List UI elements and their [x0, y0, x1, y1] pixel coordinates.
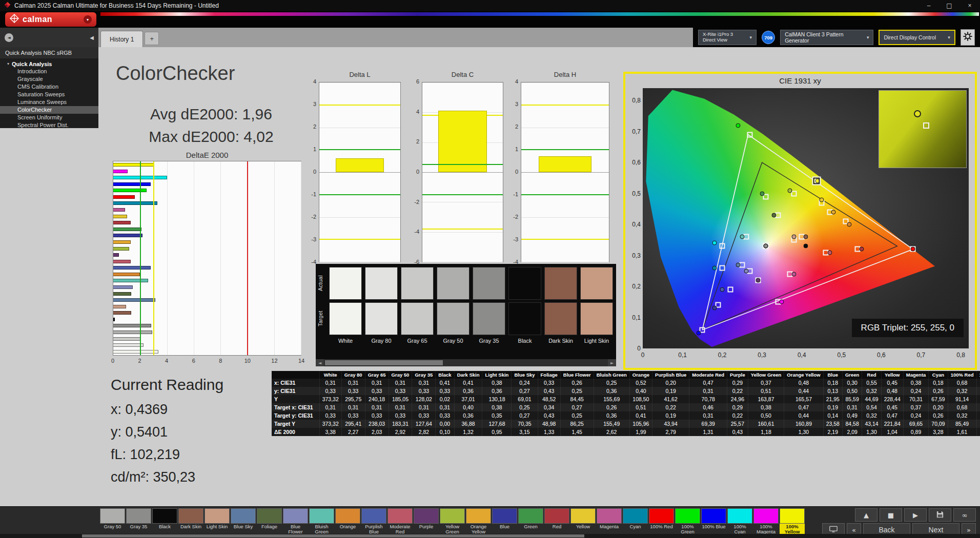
close-button[interactable]: × [959, 0, 980, 11]
cell: 0,72 [976, 387, 980, 395]
sidebar-item-luminance-sweeps[interactable]: Luminance Sweeps [0, 98, 98, 106]
bottom-scrollbar-thumb[interactable] [82, 534, 584, 537]
zoom-inset [879, 90, 967, 168]
cell: 70,09 [929, 420, 948, 428]
scrollbar-thumb[interactable] [325, 360, 443, 365]
cell: 0,31 [689, 387, 727, 395]
pattern-button-blue[interactable]: Blue [492, 508, 517, 535]
pattern-button-gray-50[interactable]: Gray 50 [100, 508, 125, 535]
display-control-dropdown[interactable]: Direct Display Control ▾ [879, 30, 955, 45]
pattern-button-gray-35[interactable]: Gray 35 [126, 508, 151, 535]
pattern-button-light-skin[interactable]: Light Skin [205, 508, 230, 535]
pattern-button-blue-sky[interactable]: Blue Sky [231, 508, 256, 535]
cell: 3,38 [319, 428, 341, 436]
pattern-button-purple[interactable]: Purple [414, 508, 439, 535]
sidebar-item-cms-calibration[interactable]: CMS Calibration [0, 83, 98, 91]
target-swatch-dark-skin [544, 302, 577, 335]
tree-expander-icon[interactable]: ▾ [7, 61, 9, 66]
scroll-right-icon[interactable]: ► [608, 359, 616, 366]
pattern-button-foliage[interactable]: Foliage [257, 508, 282, 535]
settings-button[interactable] [961, 29, 975, 46]
y-tick-label: 4 [313, 78, 316, 85]
pattern-window-up-button[interactable]: ▲ [855, 508, 877, 522]
bottom-scrollbar[interactable] [0, 534, 980, 538]
cie-chromaticity-plot: RGB Triplet: 255, 255, 0 [643, 88, 969, 348]
column-header-blue-sky: Blue Sky [512, 371, 538, 379]
device-toolbar: X-Rite i1Pro 3 Direct View ▾ 709 CalMAN … [693, 28, 980, 47]
sidebar-item-introduction[interactable]: Introduction [0, 68, 98, 75]
target-swatch-gray-80 [365, 302, 398, 335]
sidebar-item-screen-uniformity[interactable]: Screen Uniformity [0, 114, 98, 121]
pattern-button-purplish-blue[interactable]: Purplish Blue [361, 508, 386, 535]
minimize-button[interactable]: – [918, 0, 939, 11]
sidebar-item-saturation-sweeps[interactable]: Saturation Sweeps [0, 91, 98, 98]
cell: 1,32 [454, 428, 482, 436]
deltae-bar-magenta [113, 208, 125, 212]
deltae-bar-row [113, 298, 301, 302]
deltae-bar-yellow-green [113, 247, 129, 251]
pattern-button-bluish-green[interactable]: Bluish Green [309, 508, 334, 535]
pattern-button-green[interactable]: Green [518, 508, 543, 535]
save-button[interactable] [929, 508, 951, 522]
chevron-down-icon: ▾ [948, 35, 950, 40]
scroll-left-icon[interactable]: ◄ [316, 359, 324, 366]
cell: 0,18 [929, 379, 948, 387]
sidebar-pin-icon[interactable]: ◄ [5, 33, 13, 42]
cell: 0,45 [881, 379, 903, 387]
cell: 0,10 [436, 428, 454, 436]
pattern-button-100-yellow[interactable]: 100% Yellow [780, 508, 805, 535]
cell: 0,25 [594, 379, 629, 387]
sidebar-item-colorchecker[interactable]: ColorChecker [0, 106, 98, 114]
cie-measured-point-dark-skin [804, 235, 808, 239]
chart-title: Delta C [409, 71, 503, 82]
pattern-button-100-red[interactable]: 100% Red [649, 508, 674, 535]
column-header-blue-flower: Blue Flower [560, 371, 594, 379]
pattern-button-orange-yellow[interactable]: Orange Yellow [466, 508, 491, 535]
tab-history-1[interactable]: History 1 [100, 31, 143, 47]
swatch-scrollbar[interactable]: ◄ ► [316, 359, 616, 366]
pattern-button-blue-flower[interactable]: Blue Flower [283, 508, 308, 535]
pattern-button-100-cyan[interactable]: 100% Cyan [727, 508, 752, 535]
sidebar-item-root[interactable]: ▾Quick Analysis [0, 60, 98, 68]
sidebar-item-spectral-power-dist-[interactable]: Spectral Power Dist. [0, 121, 98, 129]
meter-dropdown[interactable]: X-Rite i1Pro 3 Direct View ▾ [698, 30, 757, 45]
pattern-label: 100% Red [649, 524, 674, 535]
cell: 183,31 [389, 420, 412, 428]
calman-menu-button[interactable]: calman ▾ [5, 12, 96, 27]
sidebar-collapse-icon[interactable]: ◀ [90, 35, 94, 40]
pattern-button-yellow[interactable]: Yellow [570, 508, 596, 535]
gridline [521, 128, 609, 128]
chart-title: Delta L [305, 71, 401, 82]
pattern-button-100-magenta[interactable]: 100% Magenta [753, 508, 779, 535]
pattern-label: Blue [492, 524, 517, 535]
y-tick-label: -2 [311, 214, 316, 220]
pattern-button-moderate-red[interactable]: Moderate Red [387, 508, 413, 535]
pattern-button-100-green[interactable]: 100% Green [675, 508, 700, 535]
actual-swatch-row [329, 267, 616, 300]
pattern-button-yellow-green[interactable]: Yellow Green [440, 508, 465, 535]
add-tab-button[interactable]: + [145, 32, 159, 45]
pattern-button-orange[interactable]: Orange [335, 508, 360, 535]
gridline [319, 217, 400, 218]
cell: 0,19 [652, 387, 689, 395]
x-tick-label: 6 [192, 358, 195, 364]
colorspace-badge[interactable]: 709 [762, 31, 775, 44]
pattern-button-100-blue[interactable]: 100% Blue [701, 508, 726, 535]
pattern-swatch [466, 508, 491, 524]
pattern-generator-dropdown[interactable]: CalMAN Client 3 Pattern Generator ▾ [780, 30, 873, 45]
cie-measured-point-blue-sky [736, 262, 741, 267]
pattern-button-black[interactable]: Black [152, 508, 177, 535]
swatch-compare-panel: Actual Target WhiteGray 80Gray 65Gray 50… [316, 264, 616, 366]
cie-measured-point-black [804, 244, 808, 249]
pattern-button-red[interactable]: Red [544, 508, 569, 535]
pattern-button-magenta[interactable]: Magenta [597, 508, 622, 535]
sidebar-item-grayscale[interactable]: Grayscale [0, 75, 98, 83]
continuous-measure-button[interactable]: ∞ [953, 508, 976, 522]
maximize-button[interactable]: □ [939, 0, 959, 11]
cell: 0,33 [538, 379, 560, 387]
pattern-button-dark-skin[interactable]: Dark Skin [178, 508, 203, 535]
stop-button[interactable]: ■ [880, 508, 902, 522]
pattern-button-cyan[interactable]: Cyan [623, 508, 648, 535]
play-button[interactable]: ▶ [904, 508, 927, 522]
cell: 0,33 [412, 411, 436, 420]
